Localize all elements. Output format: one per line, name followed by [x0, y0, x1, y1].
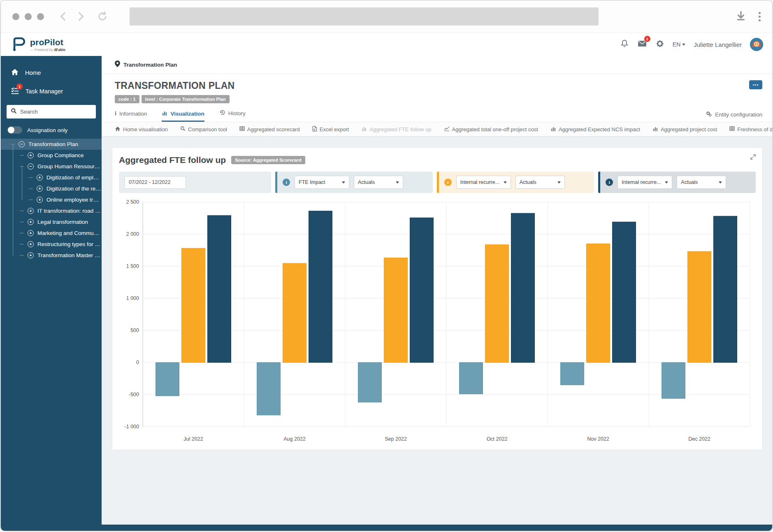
sidebar-item-home[interactable]: Home [1, 63, 102, 82]
bar[interactable]: Sep 2022 — Internal recurre... · Actuals… [384, 258, 408, 362]
subtab-label: Aggregated project cost [661, 126, 717, 132]
chart-title: Aggregated FTE follow up [119, 155, 226, 165]
subtab-aggregated-expected-ncs-impact[interactable]: Aggregated Expected NCS impact [550, 126, 640, 132]
more-actions-button[interactable]: ••• [749, 80, 762, 89]
subtab-aggregated-scorecard[interactable]: Aggregated scorecard [239, 126, 300, 132]
expand-icon[interactable]: + [28, 208, 34, 214]
bar[interactable]: Dec 2022 — FTE Impact · Actuals: -560 [662, 362, 685, 398]
tree-item[interactable]: +Transformation Master Plan -... [1, 250, 102, 261]
collapse-icon[interactable]: − [28, 163, 34, 170]
subtab-aggregated-project-cost[interactable]: Aggregated project cost [652, 126, 717, 132]
url-bar[interactable] [130, 7, 599, 26]
subtab-aggregated-total-one-off-project-cost[interactable]: Aggregated total one-off project cost [444, 126, 538, 132]
info-icon[interactable]: i [444, 179, 452, 186]
window-dot[interactable] [25, 13, 32, 20]
entity-configuration-button[interactable]: Entity configuration [706, 111, 762, 122]
bar[interactable]: Dec 2022 — Internal recurre... · Actuals… [714, 216, 737, 362]
bar[interactable]: Jul 2022 — Internal recurre... · Actuals… [208, 216, 231, 362]
subtab-home-visualisation[interactable]: Home visualisation [115, 126, 168, 133]
assignation-toggle[interactable] [7, 126, 22, 134]
expand-icon[interactable]: + [28, 219, 34, 225]
user-avatar[interactable] [750, 38, 763, 51]
bar[interactable]: Jul 2022 — FTE Impact · Actuals: -520 [156, 362, 179, 396]
browser-menu-icon[interactable] [759, 12, 761, 21]
tree-item[interactable]: +Legal transformation [1, 216, 102, 228]
expand-icon[interactable] [750, 153, 757, 162]
tree-item[interactable]: +Restructuring types for firms [1, 239, 102, 250]
cogs-icon [706, 111, 712, 118]
expand-icon[interactable]: + [28, 252, 34, 258]
bar[interactable]: Sep 2022 — FTE Impact · Actuals: -620 [358, 362, 382, 402]
tree-item[interactable]: +IT transformation: road to 20... [1, 205, 102, 216]
settings-gear-icon[interactable] [655, 39, 664, 50]
bar[interactable]: Jul 2022 — Internal recurre... · Actuals… [182, 248, 205, 362]
refresh-icon[interactable] [97, 11, 108, 22]
tab-information[interactable]: iInformation [115, 110, 147, 122]
info-icon[interactable]: i [283, 179, 290, 186]
expand-icon[interactable]: + [37, 186, 43, 192]
bar[interactable]: Nov 2022 — Internal recurre... · Actuals… [613, 222, 636, 362]
expand-icon[interactable]: + [37, 197, 43, 203]
date-range-input[interactable] [124, 176, 186, 189]
forward-icon[interactable] [75, 11, 86, 22]
notifications-bell-icon[interactable] [620, 39, 629, 50]
app-header: proPilot — Powered by dFakto 1 EN Juliet… [1, 33, 772, 56]
tree-item[interactable]: +Digitization of the recruit... [1, 183, 102, 194]
tree-item[interactable]: −Group Human Ressources [1, 161, 102, 172]
excel-icon [312, 126, 317, 133]
tree-item[interactable]: +Marketing and Communicati... [1, 228, 102, 239]
window-dot[interactable] [12, 13, 19, 20]
bar[interactable]: Aug 2022 — Internal recurre... · Actuals… [283, 263, 306, 362]
filter-panel-2: iInternal recurre...Actuals [437, 172, 594, 193]
tree-item[interactable]: +Digitization of employees ... [1, 172, 102, 183]
sidebar-item-task-manager[interactable]: 1 Task Manager [1, 82, 102, 101]
bar[interactable]: Sep 2022 — Internal recurre... · Actuals… [410, 218, 434, 362]
collapse-icon[interactable]: − [19, 141, 25, 147]
breadcrumb-label[interactable]: Transformation Plan [123, 62, 177, 68]
tree-item-label: Marketing and Communicati... [37, 230, 102, 236]
bar[interactable]: Aug 2022 — Internal recurre... · Actuals… [309, 211, 332, 362]
subtab-comparison-tool[interactable]: Comparison tool [180, 126, 227, 132]
metric-select[interactable]: Internal recurre... [456, 176, 511, 189]
subtab-aggregated-fte-follow-up[interactable]: Aggregated FTE follow up [361, 126, 431, 132]
bar[interactable]: Dec 2022 — Internal recurre... · Actuals… [688, 251, 711, 362]
language-selector[interactable]: EN [673, 41, 685, 48]
subtab-excel-export[interactable]: Excel export [312, 126, 349, 133]
download-icon[interactable] [736, 10, 746, 23]
expand-icon[interactable]: + [28, 230, 34, 236]
bar[interactable]: Nov 2022 — Internal recurre... · Actuals… [587, 244, 610, 362]
history-icon [219, 109, 225, 117]
bar[interactable]: Oct 2022 — Internal recurre... · Actuals… [485, 245, 509, 362]
bar[interactable]: Oct 2022 — FTE Impact · Actuals: -490 [460, 362, 483, 394]
bar[interactable]: Aug 2022 — FTE Impact · Actuals: -820 [257, 362, 281, 415]
expand-icon[interactable]: + [37, 174, 43, 181]
tab-visualization[interactable]: Visualization [162, 110, 204, 122]
tab-history[interactable]: History [219, 109, 246, 122]
mode-select[interactable]: Actuals [677, 176, 726, 189]
table-icon [239, 126, 245, 132]
metric-select[interactable]: Internal recurre... [617, 176, 672, 189]
tree-item[interactable]: +Group Compliance [1, 150, 102, 161]
propilot-logo-icon [10, 35, 26, 54]
chart-card: Aggregated FTE follow up Source: Aggrega… [112, 147, 763, 450]
tree-item[interactable]: +Online employee training ... [1, 194, 102, 205]
back-icon[interactable] [58, 11, 69, 22]
info-icon[interactable]: i [606, 179, 613, 186]
tree-item-label: IT transformation: road to 20... [37, 208, 102, 214]
messages-envelope-icon[interactable]: 1 [637, 39, 647, 50]
window-control-dots[interactable] [12, 13, 44, 20]
search-input[interactable] [20, 109, 92, 115]
mode-select[interactable]: Actuals [354, 176, 403, 189]
propilot-logo[interactable]: proPilot — Powered by dFakto [10, 35, 65, 54]
bar[interactable]: Oct 2022 — Internal recurre... · Actuals… [511, 213, 535, 362]
bar[interactable]: Nov 2022 — FTE Impact · Actuals: -350 [561, 362, 584, 385]
tree-item[interactable]: −Transformation Plan [1, 139, 102, 150]
location-pin-icon [115, 60, 120, 69]
expand-icon[interactable]: + [28, 241, 34, 247]
metric-select[interactable]: FTE Impact [295, 176, 349, 189]
mode-select[interactable]: Actuals [515, 176, 565, 189]
expand-icon[interactable]: + [28, 152, 34, 158]
window-dot[interactable] [37, 13, 44, 20]
subtab-freshness-of-data-project[interactable]: Freshness of data - Project [729, 126, 773, 132]
user-name[interactable]: Juliette Langellier [694, 41, 742, 48]
